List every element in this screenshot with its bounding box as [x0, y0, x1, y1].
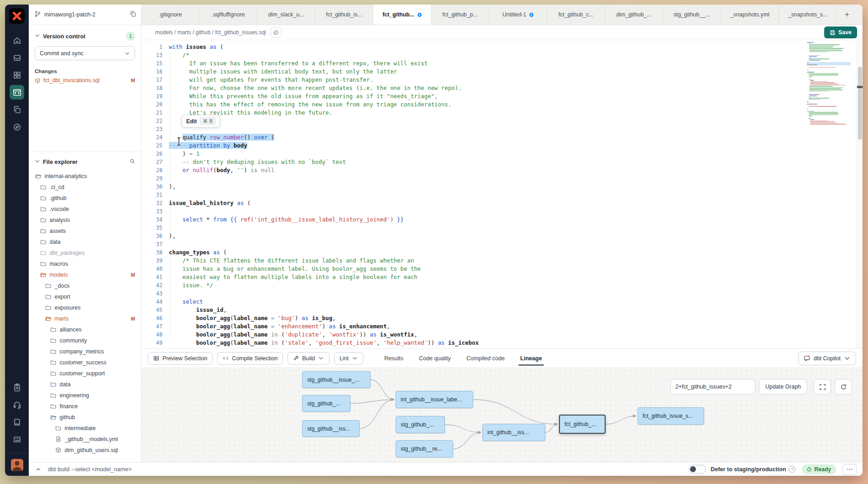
change-tracking-icon[interactable] — [271, 27, 282, 38]
code-line-15[interactable]: 15 If an issue has been transferred to a… — [141, 59, 844, 68]
tree-item-dbt_packages[interactable]: dbt_packages — [29, 247, 141, 258]
code-line-25[interactable]: 25······partition by body — [141, 142, 844, 150]
tab-code-quality[interactable]: Code quality — [419, 349, 451, 368]
tree-item-_docs[interactable]: _docs — [29, 280, 141, 291]
lint-button[interactable]: Lint — [334, 352, 363, 365]
editor-lines[interactable]: 1with issues as (13 /*15 If an issue has… — [141, 43, 844, 347]
code-line-32[interactable]: 32issue_label_history as ( — [141, 199, 844, 207]
new-tab-button[interactable]: + — [837, 5, 857, 25]
code-line-31[interactable]: 31 — [141, 191, 844, 199]
code-line-44[interactable]: 44 select — [141, 298, 844, 306]
tree-item-intermediate[interactable]: intermediate — [29, 423, 141, 434]
tree-item-customer_support[interactable]: customer_support — [29, 368, 141, 379]
compile-selection-button[interactable]: Compile Selection — [217, 352, 283, 365]
code-line-47[interactable]: 47 boolor_agg(label_name = 'enhancement'… — [141, 322, 844, 331]
code-line-48[interactable]: 48 boolor_agg(label_name in ('duplicate'… — [141, 331, 844, 339]
code-line-34[interactable]: 34 select * from {{ ref('int_github__iss… — [141, 216, 844, 224]
fullscreen-icon[interactable] — [814, 379, 831, 395]
code-line-26[interactable]: 26 ) = 1 — [141, 150, 844, 158]
help-icon[interactable]: ? — [789, 466, 795, 473]
lineage-selector-input[interactable] — [670, 379, 755, 395]
tree-item-customer_success[interactable]: customer_success — [29, 357, 141, 368]
code-line-30[interactable]: 30), — [141, 183, 844, 191]
code-line-37[interactable]: 37 — [141, 240, 844, 248]
tab-_snapshots.yml[interactable]: _snapshots.yml — [721, 5, 779, 25]
tree-item-finance[interactable]: finance — [29, 401, 141, 412]
tab-results[interactable]: Results — [384, 349, 403, 368]
tree-item-internal-analytics[interactable]: internal-analytics — [29, 171, 141, 182]
tree-item-.vscode[interactable]: .vscode — [29, 204, 141, 215]
code-line-18[interactable]: 18 For now, choose the one with more rec… — [141, 84, 844, 92]
code-line-13[interactable]: 13 /* — [141, 51, 844, 59]
rail-book-icon[interactable] — [10, 415, 24, 429]
rail-headset-icon[interactable] — [10, 397, 24, 412]
tab-Untitled-1[interactable]: Untitled-1 — [489, 5, 547, 25]
code-line-28[interactable]: 28 or nullif(body, '') is null — [141, 166, 844, 174]
code-line-23[interactable]: 23 — [141, 125, 844, 133]
tree-item-dim_github_users.sql[interactable]: dim_github_users.sql — [29, 445, 141, 456]
code-line-41[interactable]: 41 easiest way to flatten multiple label… — [141, 273, 844, 281]
code-line-19[interactable]: 19 While this prevents the old issue fro… — [141, 92, 844, 100]
lineage-node-stg_github__iss...[interactable]: stg_github__iss... — [302, 420, 360, 437]
code-line-1[interactable]: 1with issues as ( — [141, 43, 844, 51]
lineage-node-int_github__issue_labe...[interactable]: int_github__issue_labe... — [396, 391, 473, 408]
chevron-down-icon[interactable] — [35, 33, 40, 40]
tree-item-analysis[interactable]: analysis — [29, 215, 141, 226]
more-options-button[interactable]: ··· — [842, 464, 857, 475]
tab-dim_slack_u...[interactable]: dim_slack_u... — [257, 5, 315, 25]
tree-item-data[interactable]: data — [29, 379, 141, 390]
rail-grid-icon[interactable] — [10, 68, 24, 82]
rail-keyboard-icon[interactable] — [10, 432, 24, 447]
code-line-38[interactable]: 38change_types as ( — [141, 248, 844, 257]
lineage-node-stg_github__issue_...[interactable]: stg_github__issue_... — [302, 371, 371, 388]
code-line-22[interactable]: 22 — [141, 117, 844, 125]
tree-item-_github__models.yml[interactable]: _github__models.yml — [29, 434, 141, 445]
expand-command-bar-icon[interactable] — [29, 467, 48, 472]
user-avatar[interactable] — [11, 459, 23, 471]
build-button[interactable]: Build — [288, 352, 329, 365]
code-line-33[interactable]: 33 — [141, 207, 844, 216]
lineage-node-fct_github_...[interactable]: fct_github_... — [559, 415, 606, 434]
code-line-42[interactable]: 42 issue. */ — [141, 281, 844, 289]
code-line-20[interactable]: 20 this has the effect of removing the n… — [141, 100, 844, 109]
tree-item-.ci_cd[interactable]: .ci_cd — [29, 182, 141, 193]
rail-clipboard-icon[interactable] — [10, 380, 24, 395]
code-line-46[interactable]: 46 boolor_agg(label_name = 'bug') as is_… — [141, 314, 844, 322]
tree-item-models[interactable]: modelsM — [29, 269, 141, 280]
code-line-49[interactable]: 49 boolor_agg(label_name in ('stale', 'g… — [141, 339, 844, 347]
lineage-node-int_github__iss...[interactable]: int_github__iss... — [482, 424, 545, 441]
tab-.sqlfluffignore[interactable]: .sqlfluffignore — [199, 5, 257, 25]
tab-fct_github_is...[interactable]: fct_github_is... — [315, 5, 373, 25]
tree-item-macros[interactable]: macros — [29, 258, 141, 269]
rail-inbox-icon[interactable] — [10, 50, 24, 65]
tab-fct_github_c...[interactable]: fct_github_c... — [547, 5, 605, 25]
lineage-node-stg_github__re...[interactable]: stg_github__re... — [396, 440, 453, 458]
tree-item-engineering[interactable]: engineering — [29, 390, 141, 401]
code-line-43[interactable]: 43 — [141, 289, 844, 298]
chevron-down-icon[interactable] — [35, 158, 40, 165]
changed-file-row[interactable]: fct_dbt_invocations.sql M — [29, 76, 141, 85]
tab-fct_github_p...[interactable]: fct_github_p... — [431, 5, 489, 25]
dbt-copilot-button[interactable]: dbt Copilot — [798, 352, 856, 365]
tab-_snapshots_s...[interactable]: _snapshots_s... — [779, 5, 837, 25]
search-icon[interactable] — [130, 158, 135, 165]
code-line-35[interactable]: 35 — [141, 224, 844, 232]
code-line-16[interactable]: 16 multiple issues with identical body t… — [141, 68, 844, 76]
refresh-icon[interactable] — [835, 379, 852, 395]
editor-scrollbar[interactable] — [857, 40, 863, 348]
copy-branch-icon[interactable] — [130, 11, 136, 19]
code-line-17[interactable]: 17 will get updates for events that happ… — [141, 76, 844, 84]
rail-compass-icon[interactable] — [10, 120, 24, 134]
code-line-40[interactable]: 40 issue has a bug or enhancement label.… — [141, 265, 844, 273]
tree-item-data[interactable]: data — [29, 237, 141, 247]
tab-dim_github_...[interactable]: dim_github_... — [605, 5, 663, 25]
command-input[interactable]: dbt build --select <model_name> — [48, 466, 689, 473]
tree-item-company_metrics[interactable]: company_metrics — [29, 346, 141, 357]
tree-item-assets[interactable]: assets — [29, 226, 141, 237]
tab-fct_github...[interactable]: fct_github... — [373, 5, 431, 25]
minimap[interactable] — [807, 42, 851, 147]
tab-lineage[interactable]: Lineage — [520, 349, 542, 368]
code-line-45[interactable]: 45 issue_id, — [141, 306, 844, 314]
tree-item-exposures[interactable]: exposures — [29, 302, 141, 313]
tab-stg_github__...[interactable]: stg_github__... — [663, 5, 721, 25]
